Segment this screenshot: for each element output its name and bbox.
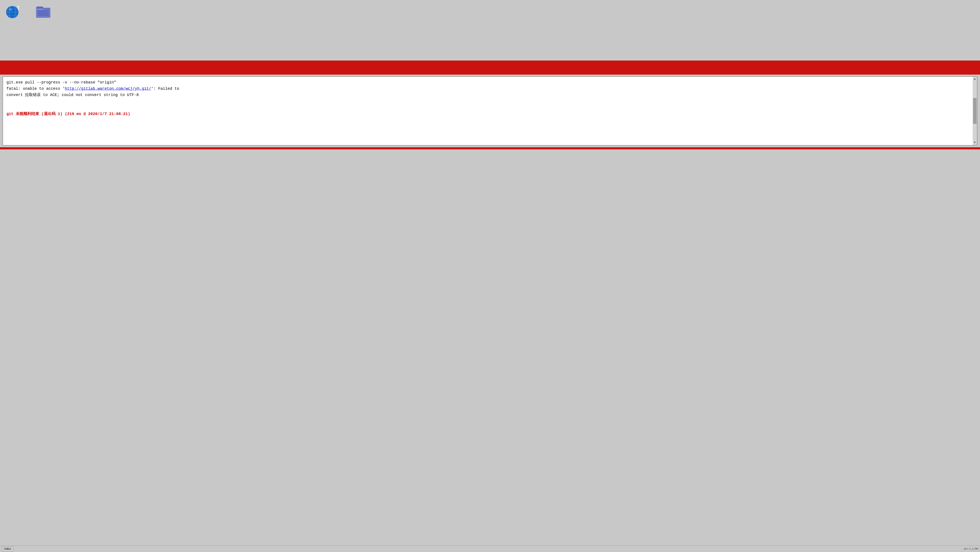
svg-point-7: [9, 8, 12, 11]
globe-icon: [5, 4, 20, 19]
scroll-up-arrow[interactable]: ▲: [974, 77, 975, 81]
terminal-output-panel: git.exe pull --progress -v --no-rebase "…: [3, 76, 977, 145]
terminal-line-3: convert 拉取错误 to ACE; could not convert s…: [6, 92, 974, 98]
terminal-error-line: git 未能顺利结束 (退出码 1) (219 ms @ 2020/1/7 21…: [6, 111, 974, 117]
folder-desktop-icon[interactable]: [35, 4, 52, 18]
scrollbar-thumb[interactable]: [973, 98, 977, 124]
status-text: git:1,1,END: [964, 548, 978, 550]
folder-icon: [36, 4, 51, 18]
svg-rect-13: [37, 9, 43, 10]
terminal-line-1: git.exe pull --progress -v --no-rebase "…: [6, 79, 974, 86]
scroll-down-arrow[interactable]: ▼: [974, 140, 975, 145]
gitlab-link[interactable]: http://gitlab.wareton.com/wcj/yh.git/: [65, 86, 151, 91]
taskbar: Git输出 git:1,1,END: [0, 546, 980, 552]
terminal-line-2: fatal: unable to access 'http://gitlab.w…: [6, 86, 974, 92]
terminal-scrollbar[interactable]: ▲ ▼: [973, 77, 977, 145]
red-progress-bar: [0, 61, 980, 75]
globe-desktop-icon[interactable]: [4, 4, 22, 19]
bottom-red-bar: [0, 147, 980, 149]
svg-rect-12: [37, 10, 49, 16]
svg-rect-9: [18, 8, 19, 10]
taskbar-button-1[interactable]: Git输出: [2, 547, 13, 551]
desktop-area: [0, 0, 980, 61]
